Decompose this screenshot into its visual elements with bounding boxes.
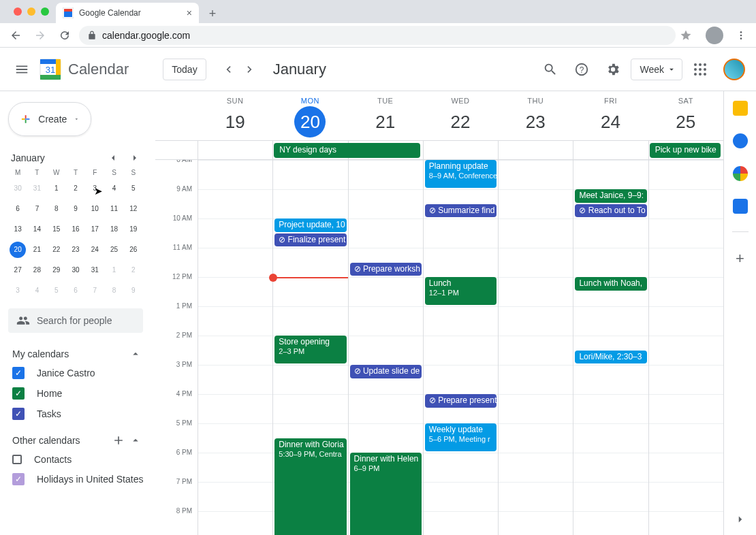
allday-event[interactable]: NY design days: [274, 143, 420, 158]
mini-day[interactable]: 8: [106, 282, 123, 299]
mini-next-button[interactable]: [127, 150, 143, 166]
mini-day[interactable]: 22: [48, 242, 65, 258]
mini-day[interactable]: 20: [10, 242, 26, 258]
calendar-item[interactable]: Holidays in United States: [5, 469, 146, 489]
maps-icon[interactable]: [733, 166, 748, 181]
event[interactable]: Meet Janice, 9–9:: [575, 189, 646, 203]
mini-day[interactable]: 11: [106, 201, 123, 217]
mini-day[interactable]: 6: [10, 201, 26, 217]
prev-period-button[interactable]: [217, 59, 239, 80]
calendar-item[interactable]: Janice Castro: [5, 363, 146, 383]
mini-day[interactable]: 7: [29, 201, 45, 217]
day-column[interactable]: ⊘ Prepare worksh⊘ Update slide deDinner …: [348, 160, 423, 535]
event[interactable]: Lori/Mike, 2:30–3: [575, 351, 646, 364]
event[interactable]: ⊘ Prepare worksh: [350, 263, 422, 276]
mini-day[interactable]: 26: [125, 242, 142, 258]
event[interactable]: Lunch with Noah,: [575, 277, 646, 291]
bookmark-icon[interactable]: [680, 29, 692, 42]
mini-day[interactable]: 7: [86, 282, 103, 299]
tasks-icon[interactable]: [733, 133, 748, 148]
account-avatar[interactable]: [723, 59, 745, 80]
day-header[interactable]: THU23: [498, 91, 573, 140]
address-bar[interactable]: calendar.google.com: [79, 26, 676, 45]
minimize-window-button[interactable]: [27, 7, 35, 16]
day-column[interactable]: Project update, 10⊘ Finalize presentStor…: [272, 160, 347, 535]
mini-day[interactable]: 29: [48, 262, 65, 278]
event[interactable]: ⊘ Summarize find: [425, 204, 497, 218]
mini-day[interactable]: 2: [67, 180, 84, 197]
day-header[interactable]: SAT25: [648, 91, 723, 140]
browser-tab[interactable]: Google Calendar ×: [56, 3, 199, 23]
mini-day[interactable]: 21: [29, 242, 45, 258]
mini-day[interactable]: 15: [48, 221, 65, 238]
day-header[interactable]: MON20: [272, 91, 347, 140]
new-tab-button[interactable]: +: [203, 4, 222, 23]
mini-day[interactable]: 2: [125, 262, 142, 278]
mini-day[interactable]: 6: [67, 282, 84, 299]
event[interactable]: Dinner with Helen6–9 PM: [350, 453, 422, 535]
close-tab-icon[interactable]: ×: [187, 7, 192, 18]
profile-button[interactable]: [706, 27, 723, 44]
event[interactable]: Planning update8–9 AM, Conference: [425, 160, 497, 188]
add-calendar-icon[interactable]: [112, 434, 125, 447]
settings-button[interactable]: [599, 56, 627, 83]
other-calendars-header[interactable]: Other calendars: [5, 431, 146, 450]
mini-day[interactable]: 28: [29, 262, 45, 278]
calendar-item[interactable]: Tasks: [5, 404, 146, 424]
event[interactable]: Store opening2–3 PM: [274, 336, 346, 363]
next-period-button[interactable]: [239, 59, 261, 80]
day-header[interactable]: SUN19: [198, 91, 272, 140]
google-apps-button[interactable]: [687, 56, 714, 83]
maximize-window-button[interactable]: [41, 7, 49, 16]
mini-day[interactable]: 5: [125, 180, 142, 197]
day-column[interactable]: Meet Janice, 9–9:⊘ Reach out to ToLunch …: [573, 160, 648, 535]
mini-day[interactable]: 3: [86, 180, 103, 197]
day-header[interactable]: TUE21: [348, 91, 423, 140]
mini-day[interactable]: 10: [86, 201, 103, 217]
day-column[interactable]: [198, 160, 272, 535]
mini-day[interactable]: 13: [10, 221, 26, 238]
event[interactable]: ⊘ Prepare present: [425, 394, 497, 408]
calendar-checkbox[interactable]: [12, 367, 25, 379]
app-logo[interactable]: 31 Calendar: [38, 57, 129, 82]
mini-day[interactable]: 17: [86, 221, 103, 238]
day-column[interactable]: Planning update8–9 AM, Conference⊘ Summa…: [423, 160, 498, 535]
calendar-checkbox[interactable]: [12, 473, 25, 485]
mini-day[interactable]: 30: [10, 180, 26, 197]
mini-day[interactable]: 4: [106, 180, 123, 197]
event[interactable]: ⊘ Finalize present: [274, 233, 346, 247]
mini-day[interactable]: 14: [29, 221, 45, 238]
search-button[interactable]: [537, 56, 564, 83]
mini-day[interactable]: 25: [106, 242, 123, 258]
mini-day[interactable]: 1: [106, 262, 123, 278]
calendar-item[interactable]: Home: [5, 383, 146, 404]
mini-day[interactable]: 16: [67, 221, 84, 238]
mini-day[interactable]: 3: [10, 282, 26, 299]
allday-row[interactable]: NY design daysPick up new bike: [155, 141, 723, 160]
search-people-input[interactable]: Search for people: [8, 308, 143, 333]
mini-day[interactable]: 12: [125, 201, 142, 217]
event[interactable]: Project update, 10: [274, 218, 346, 232]
mini-calendar[interactable]: MTWTFSS303112345678910111213141516171819…: [5, 169, 146, 299]
forward-button[interactable]: [30, 25, 50, 46]
close-window-button[interactable]: [14, 7, 22, 16]
event[interactable]: ⊘ Reach out to To: [575, 204, 646, 218]
main-menu-button[interactable]: [5, 53, 38, 86]
mini-day[interactable]: 1: [48, 180, 65, 197]
mini-day[interactable]: 27: [10, 262, 26, 278]
mini-day[interactable]: 9: [125, 282, 142, 299]
event[interactable]: ⊘ Update slide de: [350, 365, 422, 378]
browser-menu-icon[interactable]: [731, 30, 751, 41]
add-addon-button[interactable]: +: [736, 250, 744, 268]
event[interactable]: Dinner with Gloria5:30–9 PM, Centra: [274, 438, 346, 536]
back-button[interactable]: [5, 25, 26, 46]
mini-day[interactable]: 9: [67, 201, 84, 217]
day-header[interactable]: WED22: [423, 91, 498, 140]
today-button[interactable]: Today: [163, 59, 206, 80]
keep-icon[interactable]: [733, 101, 748, 116]
calendar-checkbox[interactable]: [12, 408, 25, 420]
mini-day[interactable]: 5: [48, 282, 65, 299]
mini-day[interactable]: 30: [67, 262, 84, 278]
event[interactable]: Lunch12–1 PM: [425, 277, 497, 305]
mini-day[interactable]: 19: [125, 221, 142, 238]
